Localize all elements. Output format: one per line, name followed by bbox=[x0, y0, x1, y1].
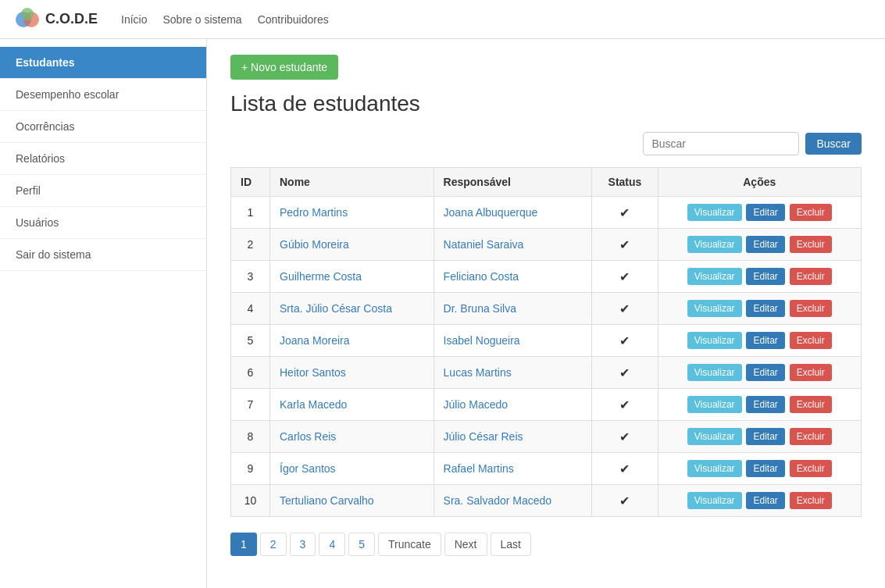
cell-id: 6 bbox=[231, 357, 270, 389]
cell-id: 2 bbox=[231, 229, 270, 261]
visualizar-button[interactable]: Visualizar bbox=[687, 364, 742, 381]
search-button[interactable]: Buscar bbox=[805, 133, 862, 155]
col-header-status: Status bbox=[592, 168, 658, 197]
editar-button[interactable]: Editar bbox=[746, 428, 784, 445]
page-btn-4[interactable]: 4 bbox=[319, 533, 345, 556]
editar-button[interactable]: Editar bbox=[746, 236, 784, 253]
page-btn-last[interactable]: Last bbox=[491, 533, 531, 556]
editar-button[interactable]: Editar bbox=[746, 332, 784, 349]
cell-acoes: Visualizar Editar Excluir bbox=[658, 453, 861, 485]
logo: C.O.D.E bbox=[16, 8, 98, 31]
page-title: Lista de estudantes bbox=[230, 91, 862, 116]
excluir-button[interactable]: Excluir bbox=[790, 428, 832, 445]
editar-button[interactable]: Editar bbox=[746, 364, 784, 381]
cell-status: ✔ bbox=[592, 325, 658, 357]
visualizar-button[interactable]: Visualizar bbox=[687, 236, 742, 253]
status-checkmark: ✔ bbox=[619, 494, 630, 508]
cell-nome: Srta. Júlio César Costa bbox=[270, 293, 434, 325]
editar-button[interactable]: Editar bbox=[746, 204, 784, 221]
status-checkmark: ✔ bbox=[619, 206, 630, 219]
editar-button[interactable]: Editar bbox=[746, 492, 784, 509]
status-checkmark: ✔ bbox=[619, 366, 630, 380]
cell-nome: Guilherme Costa bbox=[270, 261, 434, 293]
page-btn-2[interactable]: 2 bbox=[260, 533, 287, 556]
search-row: Buscar bbox=[230, 132, 862, 155]
cell-acoes: Visualizar Editar Excluir bbox=[658, 229, 861, 261]
cell-responsavel: Joana Albuquerque bbox=[434, 197, 592, 229]
table-row: 9 Ígor Santos Rafael Martins ✔ Visualiza… bbox=[231, 453, 862, 485]
inicio-link[interactable]: Início bbox=[121, 13, 147, 26]
excluir-button[interactable]: Excluir bbox=[790, 300, 832, 317]
visualizar-button[interactable]: Visualizar bbox=[687, 460, 742, 477]
excluir-button[interactable]: Excluir bbox=[790, 396, 832, 413]
sidebar-item-ocorrencias[interactable]: Ocorrências bbox=[0, 111, 206, 143]
pagination: 1 2 3 4 5 Truncate Next Last bbox=[230, 533, 862, 556]
cell-id: 7 bbox=[231, 389, 270, 421]
page-btn-truncate[interactable]: Truncate bbox=[378, 533, 441, 556]
editar-button[interactable]: Editar bbox=[746, 268, 784, 285]
editar-button[interactable]: Editar bbox=[746, 396, 784, 413]
new-student-button[interactable]: + Novo estudante bbox=[230, 55, 338, 80]
visualizar-button[interactable]: Visualizar bbox=[687, 428, 742, 445]
cell-status: ✔ bbox=[592, 293, 658, 325]
main-layout: Estudantes Desempenho escolar Ocorrência… bbox=[0, 39, 885, 588]
nav-links: Início Sobre o sistema Contribuidores bbox=[121, 13, 329, 26]
students-table: ID Nome Responsável Status Ações 1 Pedro… bbox=[230, 167, 862, 517]
table-row: 10 Tertuliano Carvalho Sra. Salvador Mac… bbox=[231, 485, 862, 517]
table-row: 6 Heitor Santos Lucas Martins ✔ Visualiz… bbox=[231, 357, 862, 389]
status-checkmark: ✔ bbox=[619, 238, 630, 251]
excluir-button[interactable]: Excluir bbox=[790, 204, 832, 221]
cell-id: 1 bbox=[231, 197, 270, 229]
cell-nome: Ígor Santos bbox=[270, 453, 434, 485]
visualizar-button[interactable]: Visualizar bbox=[687, 332, 742, 349]
visualizar-button[interactable]: Visualizar bbox=[687, 268, 742, 285]
cell-id: 3 bbox=[231, 261, 270, 293]
visualizar-button[interactable]: Visualizar bbox=[687, 204, 742, 221]
sidebar-item-sair[interactable]: Sair do sistema bbox=[0, 239, 206, 271]
page-btn-1[interactable]: 1 bbox=[230, 533, 257, 556]
sidebar-item-desempenho[interactable]: Desempenho escolar bbox=[0, 79, 206, 111]
excluir-button[interactable]: Excluir bbox=[790, 460, 832, 477]
cell-id: 8 bbox=[231, 421, 270, 453]
status-checkmark: ✔ bbox=[619, 302, 630, 315]
sidebar-item-estudantes[interactable]: Estudantes bbox=[0, 47, 206, 79]
visualizar-button[interactable]: Visualizar bbox=[687, 300, 742, 317]
cell-responsavel: Isabel Nogueira bbox=[434, 325, 592, 357]
cell-nome: Pedro Martins bbox=[270, 197, 434, 229]
cell-responsavel: Sra. Salvador Macedo bbox=[434, 485, 592, 517]
page-btn-3[interactable]: 3 bbox=[290, 533, 316, 556]
sidebar-item-usuarios[interactable]: Usuários bbox=[0, 207, 206, 239]
cell-acoes: Visualizar Editar Excluir bbox=[658, 357, 861, 389]
col-header-id: ID bbox=[231, 168, 270, 197]
excluir-button[interactable]: Excluir bbox=[790, 332, 832, 349]
cell-status: ✔ bbox=[592, 261, 658, 293]
visualizar-button[interactable]: Visualizar bbox=[687, 396, 742, 413]
sidebar-item-perfil[interactable]: Perfil bbox=[0, 175, 206, 207]
cell-id: 5 bbox=[231, 325, 270, 357]
excluir-button[interactable]: Excluir bbox=[790, 364, 832, 381]
visualizar-button[interactable]: Visualizar bbox=[687, 492, 742, 509]
editar-button[interactable]: Editar bbox=[746, 300, 784, 317]
excluir-button[interactable]: Excluir bbox=[790, 268, 832, 285]
cell-nome: Tertuliano Carvalho bbox=[270, 485, 434, 517]
page-btn-5[interactable]: 5 bbox=[348, 533, 375, 556]
editar-button[interactable]: Editar bbox=[746, 460, 784, 477]
excluir-button[interactable]: Excluir bbox=[790, 236, 832, 253]
table-row: 4 Srta. Júlio César Costa Dr. Bruna Silv… bbox=[231, 293, 862, 325]
cell-responsavel: Dr. Bruna Silva bbox=[434, 293, 592, 325]
contribuidores-link[interactable]: Contribuidores bbox=[258, 13, 329, 26]
page-btn-next[interactable]: Next bbox=[444, 533, 487, 556]
cell-responsavel: Rafael Martins bbox=[434, 453, 592, 485]
logo-text: C.O.D.E bbox=[45, 11, 98, 27]
cell-responsavel: Nataniel Saraiva bbox=[434, 229, 592, 261]
excluir-button[interactable]: Excluir bbox=[790, 492, 832, 509]
cell-nome: Gúbio Moreira bbox=[270, 229, 434, 261]
search-input[interactable] bbox=[643, 132, 799, 155]
cell-responsavel: Júlio César Reis bbox=[434, 421, 592, 453]
status-checkmark: ✔ bbox=[619, 334, 630, 347]
svg-point-2 bbox=[21, 8, 34, 20]
cell-status: ✔ bbox=[592, 421, 658, 453]
sidebar-item-relatorios[interactable]: Relatórios bbox=[0, 143, 206, 175]
cell-responsavel: Feliciano Costa bbox=[434, 261, 592, 293]
sobre-link[interactable]: Sobre o sistema bbox=[162, 13, 241, 26]
